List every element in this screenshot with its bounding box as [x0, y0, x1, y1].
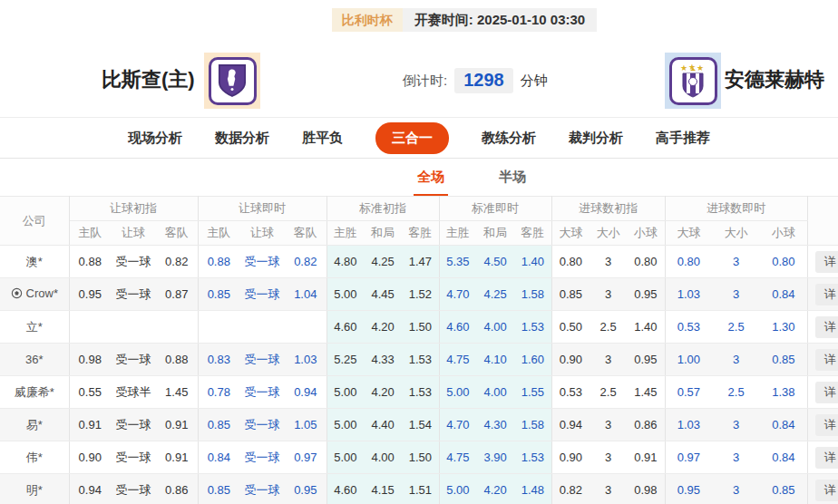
odds-cell: 3 — [712, 441, 760, 474]
detail-button[interactable]: 详 — [815, 251, 838, 273]
odds-cell: 3 — [590, 344, 627, 376]
scope-tab[interactable]: 半场 — [495, 169, 530, 196]
odds-cell: 1.58 — [514, 409, 551, 441]
detail-cell: 详 — [807, 344, 838, 376]
col-subheader: 主胜 — [439, 221, 476, 246]
col-group-header: 进球数初指 — [551, 197, 665, 221]
odds-cell: 受一球 — [239, 441, 285, 474]
odds-cell: 1.50 — [402, 441, 439, 474]
bookmaker-name: 明* — [0, 474, 69, 504]
odds-cell: 4.00 — [476, 376, 514, 409]
odds-cell: 受一球 — [239, 278, 285, 311]
odds-cell: 2.5 — [590, 311, 627, 344]
nav-tab[interactable]: 教练分析 — [482, 130, 536, 147]
col-subheader: 大小 — [712, 221, 760, 246]
col-subheader: 大球 — [551, 221, 590, 246]
countdown-value: 1298 — [454, 68, 513, 93]
bookmaker-name: 伟* — [0, 441, 69, 474]
odds-cell: 0.95 — [627, 344, 665, 376]
home-crest-icon — [218, 63, 247, 98]
odds-cell: 受一球 — [111, 409, 156, 441]
odds-cell: 5.00 — [326, 441, 364, 474]
col-subheader: 和局 — [476, 221, 514, 246]
odds-cell: 4.20 — [476, 474, 514, 504]
odds-cell: 4.33 — [364, 344, 402, 376]
odds-row: 明*0.94受一球0.860.85受一球0.954.604.151.515.00… — [0, 474, 838, 504]
detail-button[interactable]: 详 — [815, 316, 838, 338]
odds-cell: 4.10 — [476, 344, 514, 376]
odds-cell: 1.53 — [402, 344, 439, 376]
odds-cell: 1.53 — [402, 376, 439, 409]
scope-tab[interactable]: 全场 — [414, 169, 448, 196]
odds-cell: 1.03 — [665, 409, 712, 441]
detail-button[interactable]: 详 — [815, 480, 838, 501]
odds-cell: 0.98 — [627, 474, 665, 504]
countdown-label: 倒计时: — [403, 73, 447, 90]
odds-cell: 0.85 — [551, 278, 590, 311]
odds-cell: 0.80 — [760, 246, 807, 278]
odds-cell: 1.03 — [665, 278, 712, 311]
odds-cell: 1.50 — [402, 311, 439, 344]
away-crest-icon: ★ ★ ★ — [675, 62, 711, 100]
odds-cell — [285, 311, 326, 344]
odds-cell: 2.5 — [712, 376, 760, 409]
nav-tab[interactable]: 现场分析 — [128, 130, 182, 147]
odds-cell: 0.90 — [69, 441, 111, 474]
odds-row: 威廉希*0.55受球半1.450.78受一球0.945.004.201.535.… — [0, 376, 838, 409]
nav-tab[interactable]: 裁判分析 — [569, 130, 623, 147]
odds-cell: 0.86 — [156, 474, 198, 504]
detail-button[interactable]: 详 — [815, 349, 838, 371]
odds-cell: 2.5 — [590, 376, 627, 409]
bookmaker-name: 立* — [0, 311, 69, 344]
detail-button[interactable]: 详 — [815, 284, 838, 305]
nav-tab[interactable]: 数据分析 — [215, 130, 269, 147]
nav-tab[interactable]: 高手推荐 — [656, 130, 710, 147]
detail-button[interactable]: 详 — [815, 447, 838, 469]
odds-cell: 5.00 — [439, 376, 476, 409]
odds-cell: 3 — [590, 474, 627, 504]
odds-cell: 1.51 — [402, 474, 439, 504]
odds-cell: 4.20 — [364, 376, 402, 409]
odds-row: 易*0.91受一球0.910.85受一球1.055.004.401.544.70… — [0, 409, 838, 441]
odds-cell: 0.91 — [69, 409, 111, 441]
kickoff-time: 开赛时间: 2025-01-10 03:30 — [403, 8, 597, 32]
detail-button[interactable]: 详 — [815, 414, 838, 436]
company-column-header: 公司 — [0, 197, 69, 246]
odds-cell: 0.85 — [198, 278, 239, 311]
odds-cell: 0.57 — [665, 376, 712, 409]
odds-cell: 0.82 — [156, 246, 198, 278]
odds-cell: 1.04 — [285, 278, 326, 311]
bookmaker-name: 易* — [0, 409, 69, 441]
odds-cell: 5.35 — [439, 246, 476, 278]
odds-cell: 0.94 — [69, 474, 111, 504]
nav-tab[interactable]: 胜平负 — [302, 130, 343, 147]
odds-cell: 4.75 — [439, 344, 476, 376]
svg-text:★: ★ — [697, 63, 704, 73]
odds-cell: 4.25 — [476, 278, 514, 311]
nav-tab[interactable]: 三合一 — [375, 122, 449, 154]
odds-cell: 0.80 — [665, 246, 712, 278]
odds-cell: 5.00 — [439, 474, 476, 504]
odds-cell: 2.5 — [712, 311, 760, 344]
odds-row: 伟*0.90受一球0.910.84受一球0.975.004.001.504.75… — [0, 441, 838, 474]
odds-cell: 0.94 — [285, 376, 326, 409]
odds-cell: 0.78 — [198, 376, 239, 409]
odds-cell: 3 — [590, 441, 627, 474]
detail-cell: 详 — [807, 246, 838, 278]
odds-cell: 0.88 — [198, 246, 239, 278]
odds-cell: 4.20 — [364, 311, 402, 344]
odds-cell: 0.80 — [551, 246, 590, 278]
col-subheader: 让球 — [239, 221, 285, 246]
league-badge: 比利时杯 — [332, 8, 403, 32]
detail-button[interactable]: 详 — [815, 382, 838, 403]
odds-cell: 受一球 — [111, 278, 156, 311]
odds-cell: 4.75 — [439, 441, 476, 474]
table-subcol-row: 主队让球客队主队让球客队主胜和局客胜主胜和局客胜大球大小小球大球大小小球 — [0, 221, 838, 246]
odds-cell: 1.00 — [665, 344, 712, 376]
col-subheader: 主队 — [69, 221, 111, 246]
teams-header: 比斯查(主) 倒计时: 1298 分钟 ★ ★ ★ — [0, 32, 838, 118]
odds-cell: 受一球 — [111, 474, 156, 504]
odds-row: 澳*0.88受一球0.820.88受一球0.824.804.251.475.35… — [0, 246, 838, 278]
odds-cell: 0.91 — [627, 441, 665, 474]
col-group-header: 进球数即时 — [665, 197, 807, 221]
